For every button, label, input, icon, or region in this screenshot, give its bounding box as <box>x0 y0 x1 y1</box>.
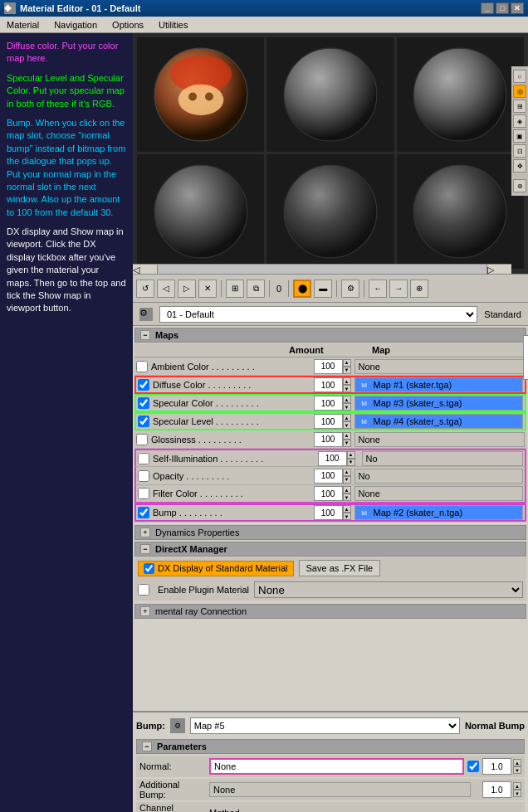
self-illum-amount-input[interactable] <box>318 451 347 466</box>
diffuse-checkbox[interactable] <box>138 379 149 391</box>
close-button[interactable]: ✕ <box>511 2 524 14</box>
ambient-checkbox[interactable] <box>136 361 148 372</box>
ambient-down[interactable]: ▼ <box>343 367 351 374</box>
filter-color-checkbox[interactable] <box>138 488 149 499</box>
opacity-slot[interactable]: No <box>354 469 524 484</box>
normal-checkbox[interactable] <box>467 761 479 772</box>
scroll-left[interactable]: ◁ <box>133 265 158 274</box>
forward-button[interactable]: → <box>389 280 408 298</box>
glossiness-slot[interactable]: None <box>354 432 526 447</box>
diffuse-amount-input[interactable] <box>314 377 343 392</box>
icon-settings[interactable]: ⊛ <box>513 179 526 192</box>
icon-move[interactable]: ✥ <box>513 159 526 173</box>
redo-button[interactable]: ▷ <box>178 280 196 298</box>
bump-map-select[interactable]: Map #5 <box>190 717 460 734</box>
bump-section-icon[interactable]: ⚙ <box>170 718 185 733</box>
mental-ray-expand[interactable]: + <box>140 606 150 616</box>
bump-checkbox[interactable] <box>138 507 149 518</box>
back-button[interactable]: ← <box>369 280 387 298</box>
specular-level-down[interactable]: ▼ <box>343 421 351 429</box>
normal-down[interactable]: ▼ <box>513 766 521 774</box>
normal-slot[interactable]: None <box>209 758 464 775</box>
specular-color-amount-input[interactable] <box>314 396 343 411</box>
glossiness-checkbox[interactable] <box>136 434 148 445</box>
dx-display-checkbox[interactable] <box>144 563 154 574</box>
self-illum-up[interactable]: ▲ <box>347 451 355 459</box>
additional-bump-slot[interactable]: None <box>209 782 471 797</box>
sphere-preview-1[interactable] <box>137 37 264 152</box>
icon-magnify[interactable]: ◎ <box>513 85 526 98</box>
filter-color-up[interactable]: ▲ <box>343 486 351 494</box>
icon-display[interactable]: ⊡ <box>513 144 526 158</box>
specular-color-down[interactable]: ▼ <box>343 403 351 411</box>
ambient-amount-input[interactable] <box>314 359 343 374</box>
save-fx-button[interactable]: Save as .FX File <box>299 560 381 576</box>
sphere-preview-3[interactable] <box>397 37 524 152</box>
menu-utilities[interactable]: Utilities <box>155 18 191 32</box>
glossiness-up[interactable]: ▲ <box>343 432 351 440</box>
undo-button[interactable]: ◁ <box>157 280 175 298</box>
popup-item-noise[interactable]: Noise <box>524 338 528 351</box>
specular-level-amount-input[interactable] <box>314 414 343 429</box>
icon-film[interactable]: ▣ <box>513 129 526 143</box>
opacity-amount-input[interactable] <box>314 469 343 484</box>
normal-value-input[interactable] <box>482 758 511 775</box>
maximize-button[interactable]: □ <box>496 2 509 14</box>
sphere-preview-4[interactable] <box>137 154 264 269</box>
bump-slot[interactable]: M Map #2 (skater_n.tga) <box>354 505 524 520</box>
sphere-preview-6[interactable] <box>397 154 524 269</box>
menu-material[interactable]: Material <box>3 18 42 32</box>
bump-up[interactable]: ▲ <box>343 505 351 513</box>
popup-item-output[interactable]: Output <box>524 364 528 377</box>
specular-level-up[interactable]: ▲ <box>343 414 351 421</box>
scroll-right[interactable]: ▷ <box>486 265 511 274</box>
self-illum-slot[interactable]: No <box>362 451 524 466</box>
delete-button[interactable]: ✕ <box>198 280 217 298</box>
copy-button[interactable]: ⧉ <box>247 280 265 298</box>
dx-display-label[interactable]: DX Display of Standard Material <box>138 561 294 576</box>
icon-checker[interactable]: ⊞ <box>513 100 526 113</box>
horizontal-scrollbar[interactable]: ◁ ▷ <box>133 264 511 274</box>
icon-circle[interactable]: ○ <box>513 70 526 83</box>
menu-options[interactable]: Options <box>109 18 147 32</box>
dynamics-expand[interactable]: + <box>140 528 150 537</box>
get-material-button[interactable]: ⊕ <box>410 280 428 298</box>
filter-color-slot[interactable]: None <box>354 486 524 501</box>
additional-value-input[interactable] <box>482 781 511 798</box>
minimize-button[interactable]: _ <box>481 2 494 14</box>
glossiness-amount-input[interactable] <box>314 432 343 447</box>
diffuse-up[interactable]: ▲ <box>343 377 351 385</box>
additional-down[interactable]: ▼ <box>513 790 521 797</box>
sphere-button[interactable]: ⬤ <box>293 280 311 298</box>
opacity-down[interactable]: ▼ <box>343 476 351 484</box>
normal-up[interactable]: ▲ <box>513 759 521 766</box>
plugin-select[interactable]: None <box>254 581 523 598</box>
cylinder-button[interactable]: ▬ <box>314 280 332 298</box>
maps-collapse[interactable]: − <box>140 330 150 340</box>
diffuse-slot[interactable]: M Map #1 (skater.tga) <box>354 377 524 392</box>
plugin-checkbox[interactable] <box>138 584 149 596</box>
specular-color-checkbox[interactable] <box>138 397 149 409</box>
additional-up[interactable]: ▲ <box>513 782 521 790</box>
sphere-preview-5[interactable] <box>266 154 394 269</box>
icon-lighting[interactable]: ◈ <box>513 114 526 128</box>
specular-color-up[interactable]: ▲ <box>343 396 351 403</box>
material-name-select[interactable]: 01 - Default <box>159 306 477 323</box>
self-illum-checkbox[interactable] <box>138 453 149 464</box>
specular-color-slot[interactable]: M Map #3 (skater_s.tga) <box>354 396 524 411</box>
bump-amount-input[interactable] <box>314 505 343 520</box>
ambient-slot[interactable]: None <box>354 359 526 374</box>
diffuse-down[interactable]: ▼ <box>343 385 351 392</box>
directx-collapse[interactable]: − <box>140 544 150 554</box>
filter-color-amount-input[interactable] <box>314 486 343 501</box>
sphere-preview-2[interactable] <box>266 37 394 152</box>
reset-button[interactable]: ↺ <box>136 280 154 298</box>
specular-level-checkbox[interactable] <box>138 416 149 427</box>
params-collapse[interactable]: − <box>142 741 152 751</box>
bump-down[interactable]: ▼ <box>343 513 351 520</box>
self-illum-down[interactable]: ▼ <box>347 459 355 466</box>
options-button[interactable]: ⚙ <box>341 280 359 298</box>
specular-level-slot[interactable]: M Map #4 (skater_s.tga) <box>354 414 524 429</box>
popup-item-normal-bump[interactable]: ✓ Normal Bump <box>524 351 528 364</box>
ambient-up[interactable]: ▲ <box>343 359 351 367</box>
